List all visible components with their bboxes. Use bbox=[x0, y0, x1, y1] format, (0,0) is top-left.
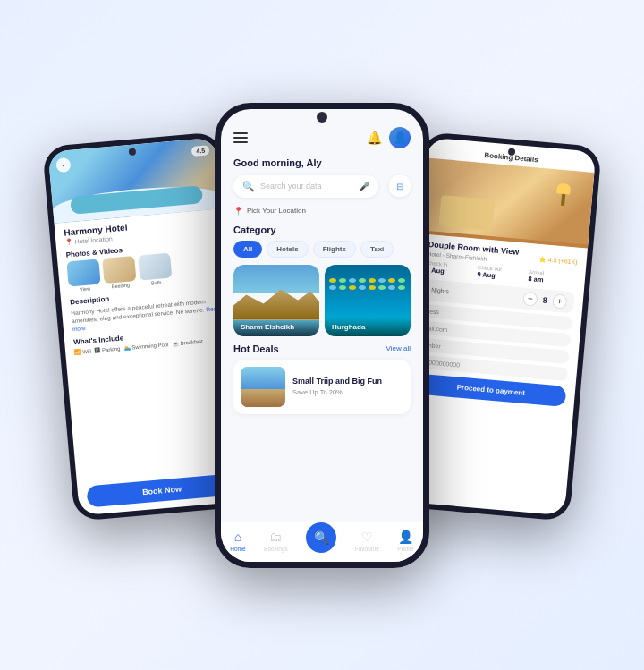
amenity-parking: 🅿Parking bbox=[95, 345, 121, 353]
wifi-icon: 📶 bbox=[74, 349, 81, 356]
decrement-button[interactable]: − bbox=[522, 291, 538, 306]
nav-favourite[interactable]: ♡ Favourite bbox=[355, 530, 379, 552]
fish-13 bbox=[369, 285, 376, 290]
fish-11 bbox=[349, 285, 356, 290]
thumb-bath bbox=[138, 253, 172, 281]
photo-thumb-bed[interactable]: Beeding bbox=[102, 256, 137, 290]
search-button[interactable]: 🔍 bbox=[306, 522, 336, 553]
fish-group bbox=[329, 278, 406, 290]
fish-2 bbox=[339, 278, 346, 283]
pill-hotels[interactable]: Hotels bbox=[267, 241, 308, 258]
star-icon: ⭐ bbox=[538, 256, 547, 264]
increment-button[interactable]: + bbox=[552, 293, 567, 309]
pool-icon: 🏊 bbox=[123, 344, 131, 352]
bookings-label: Bookings bbox=[264, 546, 288, 552]
center-camera bbox=[317, 112, 327, 123]
parking-icon: 🅿 bbox=[95, 348, 101, 354]
destination-grid: Sharm Elsheikh bbox=[221, 265, 423, 343]
room-hero-image bbox=[420, 157, 595, 248]
destination-sharm[interactable]: Sharm Elsheikh bbox=[233, 265, 319, 336]
fish-12 bbox=[359, 285, 366, 290]
nav-profile[interactable]: 👤 Profile bbox=[397, 530, 413, 552]
fish-14 bbox=[378, 285, 386, 290]
view-all-link[interactable]: View all bbox=[386, 344, 411, 352]
nav-home[interactable]: ⌂ Home bbox=[230, 530, 245, 552]
amenity-breakfast: ☕Breakfast bbox=[172, 338, 203, 347]
rating-value: 4.5 bbox=[547, 257, 556, 264]
center-content: 🔔 👤 Good morning, Aly 🔍 Search your data… bbox=[221, 109, 423, 562]
menu-line-3 bbox=[233, 141, 248, 143]
hero-rating-badge: 4.5 bbox=[191, 145, 210, 157]
pill-all[interactable]: All bbox=[233, 241, 262, 258]
checkin-cell: Check In 1 Aug bbox=[426, 260, 474, 278]
hurghada-overlay: Hurghada bbox=[325, 318, 411, 336]
rating-count: (+61K) bbox=[558, 258, 578, 266]
fish-16 bbox=[398, 285, 405, 290]
menu-line-1 bbox=[233, 132, 248, 134]
favourite-label: Favourite bbox=[355, 546, 379, 552]
destination-hurghada[interactable]: Hurghada bbox=[325, 265, 411, 336]
fish-15 bbox=[388, 285, 395, 290]
nights-stepper[interactable]: − 8 + bbox=[522, 291, 567, 309]
lamp-shade bbox=[556, 182, 571, 194]
bookings-icon: 🗂 bbox=[269, 530, 282, 544]
notification-bell-icon[interactable]: 🔔 bbox=[367, 131, 382, 145]
location-pin-icon: 📍 bbox=[233, 207, 243, 216]
thumb-bed bbox=[102, 256, 136, 284]
amenity-pool: 🏊Swimming Pool bbox=[123, 341, 169, 351]
photo-thumb-bath[interactable]: Bath bbox=[138, 253, 173, 287]
back-button[interactable]: ‹ bbox=[55, 157, 71, 173]
search-icon: 🔍 bbox=[242, 181, 255, 192]
profile-label: Profile bbox=[397, 546, 413, 552]
arrival-cell: Arrival 8 am bbox=[528, 269, 576, 287]
location-icon: 📍 bbox=[64, 238, 73, 246]
menu-line-2 bbox=[233, 137, 248, 139]
hurghada-name: Hurghada bbox=[332, 323, 403, 331]
deal-subtitle: Save Up To 20% bbox=[292, 388, 382, 396]
fish-8 bbox=[398, 278, 405, 283]
favourite-icon: ♡ bbox=[361, 530, 373, 544]
fish-4 bbox=[359, 278, 366, 283]
pill-flights[interactable]: Flights bbox=[313, 241, 356, 258]
breakfast-icon: ☕ bbox=[172, 340, 179, 347]
fish-3 bbox=[349, 278, 356, 283]
location-text: Pick Your Location bbox=[247, 207, 306, 215]
search-bar[interactable]: 🔍 Search your data 🎤 bbox=[233, 175, 378, 198]
fish-1 bbox=[329, 278, 336, 283]
pool-visual bbox=[70, 185, 203, 215]
avatar-image: 👤 bbox=[394, 131, 407, 144]
location-bar[interactable]: 📍 Pick Your Location bbox=[221, 205, 423, 221]
deal-title: Small Triip and Big Fun bbox=[292, 377, 382, 387]
center-screen: 🔔 👤 Good morning, Aly 🔍 Search your data… bbox=[221, 109, 423, 562]
nav-bookings[interactable]: 🗂 Bookings bbox=[264, 530, 288, 552]
nights-label: Nights bbox=[431, 287, 449, 295]
photo-thumb-view[interactable]: View bbox=[66, 259, 101, 293]
fish-6 bbox=[378, 278, 386, 283]
center-phone: 🔔 👤 Good morning, Aly 🔍 Search your data… bbox=[215, 103, 429, 568]
deal-card[interactable]: Small Triip and Big Fun Save Up To 20% bbox=[233, 360, 411, 414]
sharm-name: Sharm Elsheikh bbox=[241, 323, 312, 331]
lamp-visual bbox=[555, 182, 571, 206]
fish-5 bbox=[369, 278, 376, 283]
thumb-view bbox=[66, 259, 100, 286]
category-label: Category bbox=[221, 221, 423, 241]
filter-button[interactable]: ⊟ bbox=[389, 175, 411, 197]
sharm-overlay: Sharm Elsheikh bbox=[233, 318, 319, 336]
category-pills: All Hotels Flights Taxi bbox=[221, 241, 423, 265]
amenity-wifi: 📶Wifi bbox=[74, 348, 92, 356]
sharm-sky bbox=[233, 265, 319, 293]
menu-button[interactable] bbox=[233, 132, 248, 143]
microphone-icon[interactable]: 🎤 bbox=[359, 182, 369, 191]
header-icons: 🔔 👤 bbox=[367, 127, 411, 148]
nav-search[interactable]: 🔍 bbox=[306, 530, 336, 553]
email-value: ail.com bbox=[428, 325, 448, 333]
address-label: ess bbox=[429, 308, 439, 315]
fish-9 bbox=[329, 285, 336, 290]
greeting-text: Good morning, Aly bbox=[221, 156, 423, 175]
fish-7 bbox=[388, 278, 395, 283]
hot-deals-title: Hot Deals bbox=[233, 343, 279, 354]
deal-img-sky bbox=[241, 367, 285, 391]
deal-image bbox=[241, 367, 285, 407]
pill-taxi[interactable]: Taxi bbox=[360, 241, 394, 258]
user-avatar[interactable]: 👤 bbox=[389, 127, 411, 148]
